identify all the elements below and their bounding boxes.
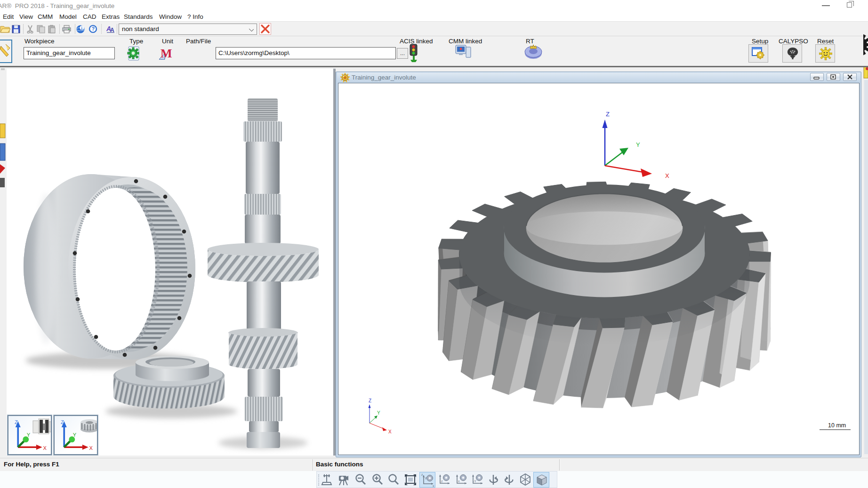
svg-text:X: X [89,445,93,451]
svg-text:Y: Y [636,141,640,148]
svg-text:10 mm: 10 mm [828,422,846,429]
svg-text:Z: Z [369,398,371,403]
svg-text:z: z [421,473,423,476]
svg-text:M: M [161,47,172,60]
svg-text:Z: Z [15,419,18,425]
svg-text:Y: Y [425,477,427,480]
svg-text:Y: Y [27,432,31,438]
svg-text:X: X [388,429,392,434]
svg-text:X: X [665,172,669,179]
svg-text:X: X [43,445,47,451]
svg-text:Z: Z [61,419,64,425]
svg-text:z: z [441,480,443,483]
svg-text:Y: Y [377,410,380,416]
svg-text:Z: Z [606,111,610,118]
svg-text:x: x [458,480,460,483]
svg-text:-Y: -Y [473,480,476,483]
svg-text:?: ? [92,26,95,32]
svg-text:Y: Y [73,432,77,438]
svg-text:x: x [433,484,434,488]
svg-text:i: i [81,26,82,31]
svg-text:A: A [110,27,114,33]
